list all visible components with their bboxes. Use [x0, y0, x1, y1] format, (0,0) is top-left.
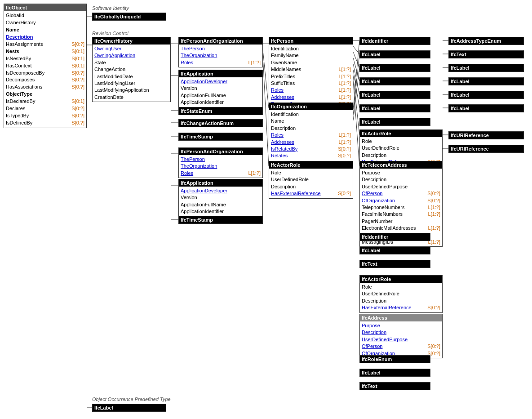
list-item: Identification	[271, 45, 351, 52]
box-ifcaddress: IfcAddress Purpose Description UserDefin…	[359, 314, 443, 358]
list-item: OwningUser	[94, 45, 168, 52]
box-ifclabel13: IfcLabel	[359, 369, 430, 377]
list-item: AddressesL[1:?]	[271, 94, 351, 101]
svg-line-24	[353, 67, 359, 120]
list-item: ElectronicMailAddressesL[1:?]	[362, 225, 440, 232]
list-item: Name	[6, 27, 84, 34]
box-ifclabel10: IfcLabel	[448, 104, 524, 112]
box-header: IfcLabel	[360, 64, 430, 71]
box-body: ApplicationDeveloper Version Application…	[179, 187, 262, 216]
box-header: IfcActorRole	[360, 130, 442, 137]
svg-line-18	[353, 64, 359, 94]
box-header: IfcTelecomAddress	[360, 161, 442, 169]
box-ifcchangeactionenum: IfcChangeActionEnum	[178, 119, 263, 127]
list-item: IsTypedByS[0:?]	[6, 112, 84, 120]
sidebar-header: IfcObject	[4, 4, 86, 11]
box-ifctext2: IfcText	[359, 260, 430, 268]
list-item: AddressesL[1:?]	[271, 139, 351, 146]
box-ifclabel7: IfcLabel	[448, 64, 524, 72]
box-ifclabel9: IfcLabel	[448, 91, 524, 99]
box-ifclabel8: IfcLabel	[448, 77, 524, 85]
box-ifcownerhistory: IfcOwnerHistory OwningUser OwningApplica…	[92, 37, 171, 102]
box-header: IfcApplication	[179, 70, 262, 77]
box-header: IfcRoleEnum	[360, 356, 430, 363]
box-header: IfcLabel	[360, 105, 430, 112]
list-item: Description	[271, 183, 351, 190]
box-body: ApplicationDeveloper Version Application…	[179, 77, 262, 107]
list-item: Purpose	[362, 322, 440, 329]
list-item: HasContextS[0:1]	[6, 62, 84, 70]
box-header: IfcText	[449, 51, 523, 58]
box-ifctext3: IfcText	[359, 382, 430, 390]
box-header: IfcIdentifier	[360, 37, 430, 45]
box-body: OwningUser OwningApplication State Chang…	[93, 45, 170, 102]
list-item: OwnerHistory	[6, 19, 84, 27]
box-header: IfcActorRole	[360, 276, 442, 283]
box-header: IfcChangeActionEnum	[179, 120, 262, 127]
box-header: IfcLabel	[360, 51, 430, 58]
list-item: TheOrganization	[181, 163, 261, 169]
list-item: Description	[271, 125, 351, 132]
list-item: DecomposesS[0:?]	[6, 76, 84, 84]
list-item: UserDefinedPurpose	[362, 336, 440, 343]
section-label-revision: Revision Control	[92, 31, 129, 36]
box-ifcidentifier2: IfcIdentifier	[359, 233, 430, 241]
box-header: IfcAddress	[360, 314, 442, 321]
svg-line-15	[353, 46, 359, 54]
box-header: IfcOrganization	[269, 103, 353, 110]
list-item: RolesL[1:?]	[181, 59, 261, 66]
list-item: ObjectType	[6, 91, 84, 98]
list-item: HasAssociationsS[0:?]	[6, 84, 84, 91]
box-ifcpersonandorganization2: IfcPersonAndOrganization ThePerson TheOr…	[178, 147, 263, 178]
box-header: IfcTimeStamp	[179, 216, 262, 223]
box-ifcperson: IfcPerson Identification FamilyName Give…	[269, 37, 353, 109]
list-item: ChangeAction	[94, 66, 168, 73]
box-header: IfcAddressTypeEnum	[449, 37, 523, 45]
list-item: SuffixTitlesL[1:?]	[271, 80, 351, 87]
box-header: IfcLabel	[449, 78, 523, 85]
box-ifcstateenum: IfcStateEnum	[178, 107, 263, 115]
box-header: IfcPersonAndOrganization	[179, 37, 262, 45]
list-item: LastModifyingUser	[94, 80, 168, 87]
list-item: HasAssignmentsS[0:?]	[6, 41, 84, 48]
list-item: RelatesS[0:?]	[271, 152, 351, 159]
sidebar-body: GlobalId OwnerHistory Name Description H…	[4, 11, 86, 128]
list-item: ApplicationFullName	[181, 201, 261, 208]
box-header: IfcURIReference	[449, 132, 523, 139]
box-header: IfcURIReference	[449, 145, 523, 152]
box-ifcorganization: IfcOrganization Identification Name Desc…	[269, 103, 353, 168]
list-item: OfOrganizationS[0:?]	[362, 197, 440, 204]
list-item: Version	[181, 194, 261, 201]
box-header: IfcPersonAndOrganization	[179, 148, 262, 155]
box-ifcroleenum: IfcRoleEnum	[359, 355, 430, 363]
box-body: ThePerson TheOrganization RolesL[1:?]	[179, 155, 262, 178]
list-item: UserDefinedRole	[362, 145, 440, 152]
section-label-software: Software Identity	[92, 5, 129, 11]
box-ifcgloballyuniqueid: IfcGloballyUniqueId	[92, 13, 166, 21]
list-item: Role	[271, 169, 351, 176]
box-header: IfcLabel	[360, 247, 430, 254]
box-header: IfcLabel	[449, 64, 523, 71]
list-item: UserDefinedRole	[271, 176, 351, 183]
list-item: Name	[271, 118, 351, 125]
svg-line-20	[353, 76, 359, 135]
diagram-container: IfcObject GlobalId OwnerHistory Name Des…	[0, 0, 532, 419]
list-item: ThePerson	[181, 156, 261, 163]
box-body: Role UserDefinedRole Description HasExte…	[269, 169, 353, 198]
box-header: IfcTimeStamp	[179, 133, 262, 140]
list-item: OfPersonS[0:?]	[362, 190, 440, 197]
list-item: Description	[6, 34, 84, 41]
box-ifcactorrole1: IfcActorRole Role UserDefinedRole Descri…	[269, 161, 353, 199]
list-item: Purpose	[362, 169, 440, 176]
list-item: ApplicationDeveloper	[181, 78, 261, 85]
list-item: Role	[362, 138, 440, 145]
list-item: RolesL[1:?]	[271, 132, 351, 138]
list-item: RolesL[1:?]	[271, 87, 351, 94]
box-body: Role UserDefinedRole Description HasExte…	[360, 283, 442, 312]
box-header: IfcApplication	[179, 179, 262, 187]
box-ifclabel5: IfcLabel	[359, 104, 430, 112]
list-item: Description	[362, 176, 440, 183]
box-header: IfcLabel	[360, 91, 430, 98]
list-item: GivenName	[271, 59, 351, 66]
box-ifctext1: IfcText	[448, 50, 524, 58]
